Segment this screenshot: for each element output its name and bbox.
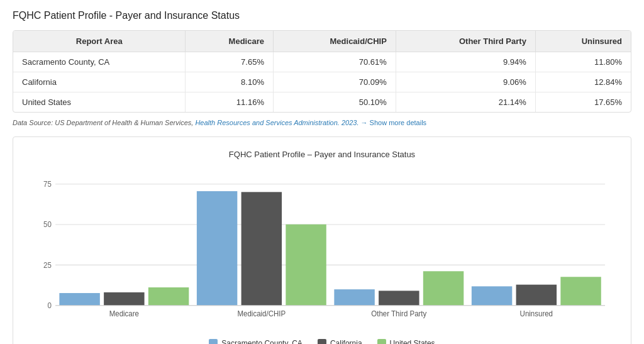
svg-text:25: 25 <box>43 260 52 269</box>
cell-area: California <box>13 72 186 92</box>
cell-medicare: 8.10% <box>186 72 273 92</box>
svg-rect-17 <box>379 291 419 305</box>
show-more-link[interactable]: → Show more details <box>361 119 427 126</box>
svg-rect-13 <box>242 192 282 305</box>
cell-other: 21.14% <box>396 92 535 113</box>
cell-area: Sacramento County, CA <box>13 52 186 72</box>
svg-text:Medicaid/CHIP: Medicaid/CHIP <box>237 309 286 318</box>
cell-uninsured: 12.84% <box>535 72 631 92</box>
page-title: FQHC Patient Profile - Payer and Insuran… <box>13 10 631 21</box>
legend-item: Sacramento County, CA <box>209 339 303 344</box>
table-row: Sacramento County, CA 7.65% 70.61% 9.94%… <box>13 52 631 72</box>
svg-text:0: 0 <box>47 301 52 309</box>
svg-rect-9 <box>104 292 144 306</box>
cell-medicaid: 70.09% <box>273 72 396 92</box>
cell-medicare: 7.65% <box>186 52 273 72</box>
svg-text:Other Third Party: Other Third Party <box>371 309 426 318</box>
table-header-row: Report Area Medicare Medicaid/CHIP Other… <box>13 31 631 52</box>
legend-label: Sacramento County, CA <box>221 339 303 344</box>
chart-legend: Sacramento County, CA California United … <box>26 339 618 344</box>
cell-medicaid: 50.10% <box>273 92 396 113</box>
svg-text:75: 75 <box>43 180 52 188</box>
legend-color <box>377 339 386 344</box>
svg-text:50: 50 <box>43 220 52 228</box>
svg-rect-12 <box>197 191 237 306</box>
svg-rect-14 <box>286 225 326 306</box>
legend-label: United States <box>390 339 435 344</box>
col-header-other: Other Third Party <box>396 31 535 52</box>
table-row: California 8.10% 70.09% 9.06% 12.84% <box>13 72 631 92</box>
data-source-link[interactable]: Health Resources and Services Administra… <box>195 119 358 126</box>
legend-label: California <box>330 339 362 344</box>
cell-medicare: 11.16% <box>186 92 273 113</box>
cell-uninsured: 11.80% <box>535 52 631 72</box>
legend-item: United States <box>377 339 435 344</box>
svg-rect-20 <box>472 286 512 305</box>
table-row: United States 11.16% 50.10% 21.14% 17.65… <box>13 92 631 113</box>
cell-uninsured: 17.65% <box>535 92 631 113</box>
cell-other: 9.06% <box>396 72 535 92</box>
chart-title: FQHC Patient Profile – Payer and Insuran… <box>26 150 618 159</box>
data-source: Data Source: US Department of Health & H… <box>13 119 631 126</box>
svg-rect-22 <box>560 277 601 305</box>
svg-rect-10 <box>148 287 189 306</box>
legend-color <box>318 339 326 344</box>
svg-text:Uninsured: Uninsured <box>520 309 553 318</box>
svg-text:Medicare: Medicare <box>109 309 139 318</box>
data-table: Report Area Medicare Medicaid/CHIP Other… <box>13 30 631 113</box>
svg-rect-16 <box>334 289 374 306</box>
col-header-medicaid: Medicaid/CHIP <box>273 31 396 52</box>
cell-other: 9.94% <box>396 52 535 72</box>
svg-rect-8 <box>59 293 99 306</box>
chart-area: 0255075MedicareMedicaid/CHIPOther Third … <box>26 169 618 333</box>
svg-rect-18 <box>423 271 464 305</box>
chart-container: FQHC Patient Profile – Payer and Insuran… <box>13 136 631 344</box>
cell-medicaid: 70.61% <box>273 52 396 72</box>
legend-color <box>209 339 218 344</box>
cell-area: United States <box>13 92 186 113</box>
col-header-area: Report Area <box>13 31 186 52</box>
svg-rect-21 <box>516 285 557 306</box>
col-header-uninsured: Uninsured <box>535 31 631 52</box>
col-header-medicare: Medicare <box>186 31 273 52</box>
legend-item: California <box>318 339 362 344</box>
